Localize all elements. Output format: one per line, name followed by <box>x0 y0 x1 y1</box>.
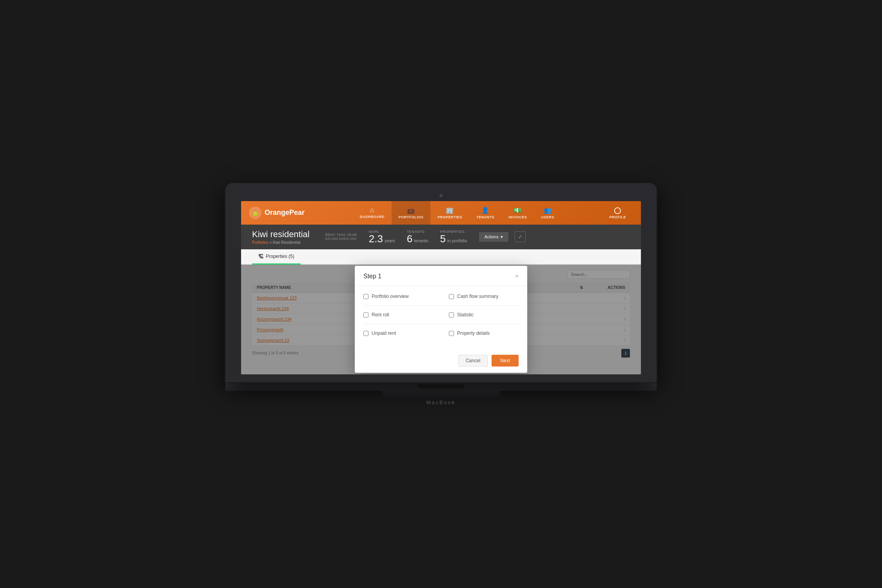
expand-icon: ⤢ <box>518 234 522 240</box>
breadcrumb-parent[interactable]: Portfolios <box>252 240 269 245</box>
actions-chevron-icon: ▾ <box>501 234 503 240</box>
next-button[interactable]: Next <box>492 355 519 367</box>
navbar: 🍐 OrangePear ⌂ DASHBOARD 💼 PORTFOLIOS 🏢 … <box>241 201 641 225</box>
stat-warl: WARL 2.3 years <box>369 230 395 244</box>
camera-dot <box>439 194 443 197</box>
nav-label-tenants: TENANTS <box>476 215 494 219</box>
nav-label-invoices: INVOICES <box>508 215 527 219</box>
checkbox-rent-roll[interactable] <box>363 312 368 318</box>
modal-divider-1 <box>363 305 519 306</box>
logo-area: 🍐 OrangePear <box>249 207 312 219</box>
users-icon: 👥 <box>544 207 552 214</box>
screen-bezel: 🍐 OrangePear ⌂ DASHBOARD 💼 PORTFOLIOS 🏢 … <box>225 183 657 382</box>
stat-warl-unit: years <box>385 238 395 243</box>
page-header: Kiwi residential Portfolios » Kiwi Resid… <box>241 225 641 249</box>
option-unpaid-rent[interactable]: Unpaid rent <box>363 330 433 336</box>
modal-footer: Cancel Next <box>355 350 527 373</box>
option-cash-flow-summary[interactable]: Cash flow summary <box>449 294 519 299</box>
nav-label-dashboard: DASHBOARD <box>360 215 385 219</box>
option-property-details-label: Property details <box>457 330 490 336</box>
stat-rent-value: €20,950.00/€91,950 <box>325 237 357 241</box>
modal-header: Step 1 × <box>355 266 527 286</box>
actions-button[interactable]: Actions ▾ <box>479 232 508 242</box>
modal-dialog: Step 1 × Portfolio overview <box>355 266 527 373</box>
properties-icon: 🏢 <box>446 207 454 214</box>
modal-row-1: Portfolio overview Cash flow summary <box>363 294 519 299</box>
checkbox-property-details[interactable] <box>449 331 454 336</box>
nav-label-users: USERS <box>541 215 554 219</box>
stats-area: Rent this year €20,950.00/€91,950 WARL 2… <box>325 230 630 244</box>
tenants-icon: 👤 <box>481 207 490 214</box>
modal-body: Portfolio overview Cash flow summary <box>355 286 527 350</box>
option-statistic-label: Statistic <box>457 312 474 318</box>
stat-rent: Rent this year €20,950.00/€91,950 <box>325 233 357 241</box>
checkbox-cash-flow-summary[interactable] <box>449 294 454 299</box>
actions-label: Actions <box>485 234 499 239</box>
option-rent-roll-label: Rent roll <box>372 312 389 318</box>
cancel-button[interactable]: Cancel <box>458 355 488 367</box>
modal-row-2: Rent roll Statistic <box>363 312 519 318</box>
stat-properties-unit: in portfolio <box>447 238 467 243</box>
nav-item-properties[interactable]: 🏢 PROPERTIES <box>430 201 469 225</box>
stat-properties: Properties 5 in portfolio <box>440 230 467 244</box>
laptop-notch <box>417 384 465 389</box>
breadcrumb: Portfolios » Kiwi Residential <box>252 240 310 245</box>
checkbox-statistic[interactable] <box>449 312 454 318</box>
option-cash-flow-summary-label: Cash flow summary <box>457 294 498 299</box>
breadcrumb-current: » Kiwi Residential <box>269 240 300 245</box>
stat-tenants-value: 6 <box>407 234 412 244</box>
tab-properties[interactable]: 🏗 Properties (5) <box>252 249 301 265</box>
app-name: OrangePear <box>265 209 305 217</box>
stat-tenants-unit: tenants <box>414 238 428 243</box>
page-title: Kiwi residential <box>252 229 310 240</box>
stat-rent-label: Rent this year <box>325 233 357 237</box>
invoices-icon: 💵 <box>514 207 522 214</box>
dashboard-icon: ⌂ <box>370 207 374 214</box>
checkbox-portfolio-overview[interactable] <box>363 294 368 299</box>
nav-item-portfolios[interactable]: 💼 PORTFOLIOS <box>392 201 431 225</box>
stat-properties-value: 5 <box>440 234 445 244</box>
modal-overlay: Step 1 × Portfolio overview <box>241 265 641 374</box>
option-property-details[interactable]: Property details <box>449 330 519 336</box>
nav-item-profile[interactable]: ◯ PROFILE <box>602 201 633 225</box>
modal-row-3: Unpaid rent Property details <box>363 330 519 336</box>
macbook-label: MacBook <box>225 399 657 405</box>
modal-divider-2 <box>363 324 519 324</box>
nav-item-invoices[interactable]: 💵 INVOICES <box>501 201 534 225</box>
nav-label-portfolios: PORTFOLIOS <box>399 215 424 219</box>
option-rent-roll[interactable]: Rent roll <box>363 312 433 318</box>
nav-item-tenants[interactable]: 👤 TENANTS <box>469 201 501 225</box>
nav-item-users[interactable]: 👥 USERS <box>534 201 561 225</box>
modal-title: Step 1 <box>363 273 381 280</box>
option-unpaid-rent-label: Unpaid rent <box>372 330 396 336</box>
logo-icon: 🍐 <box>249 207 261 219</box>
option-portfolio-overview[interactable]: Portfolio overview <box>363 294 433 299</box>
portfolios-icon: 💼 <box>407 207 415 214</box>
option-statistic[interactable]: Statistic <box>449 312 519 318</box>
stat-warl-value: 2.3 <box>369 234 383 244</box>
laptop-base <box>225 382 657 391</box>
nav-label-profile: PROFILE <box>609 215 626 219</box>
screen-content: 🍐 OrangePear ⌂ DASHBOARD 💼 PORTFOLIOS 🏢 … <box>241 201 641 374</box>
option-portfolio-overview-label: Portfolio overview <box>372 294 409 299</box>
nav-items: ⌂ DASHBOARD 💼 PORTFOLIOS 🏢 PROPERTIES 👤 … <box>312 201 602 225</box>
tab-properties-label: Properties (5) <box>266 254 294 259</box>
modal-close-button[interactable]: × <box>515 273 519 279</box>
checkbox-unpaid-rent[interactable] <box>363 331 368 336</box>
page-title-area: Kiwi residential Portfolios » Kiwi Resid… <box>252 229 310 245</box>
stat-tenants: Tenants 6 tenants <box>407 230 428 244</box>
nav-label-properties: PROPERTIES <box>437 215 462 219</box>
table-area: Property name ⇅ Actions Beethovenstraat … <box>241 265 641 374</box>
laptop-container: 🍐 OrangePear ⌂ DASHBOARD 💼 PORTFOLIOS 🏢 … <box>225 183 657 405</box>
laptop-stand <box>382 391 500 397</box>
profile-icon: ◯ <box>614 207 621 214</box>
tab-properties-icon: 🏗 <box>258 253 264 260</box>
tab-bar: 🏗 Properties (5) <box>241 249 641 265</box>
nav-item-dashboard[interactable]: ⌂ DASHBOARD <box>353 201 392 225</box>
expand-button[interactable]: ⤢ <box>515 231 526 242</box>
